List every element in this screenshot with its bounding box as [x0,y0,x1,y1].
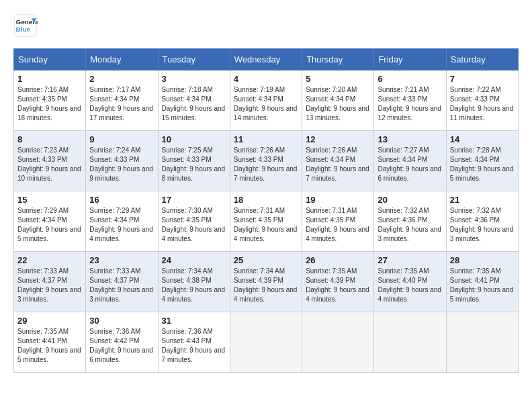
day-number: 25 [234,255,298,265]
calendar-cell: 22Sunrise: 7:33 AMSunset: 4:37 PMDayligh… [14,252,86,312]
calendar-cell: 1Sunrise: 7:16 AMSunset: 4:35 PMDaylight… [14,71,86,131]
calendar-cell: 17Sunrise: 7:30 AMSunset: 4:35 PMDayligh… [158,191,230,252]
day-number: 1 [17,74,82,84]
day-number: 30 [89,316,154,326]
day-info: Sunrise: 7:36 AMSunset: 4:42 PMDaylight:… [89,327,154,365]
calendar-cell: 2Sunrise: 7:17 AMSunset: 4:34 PMDaylight… [86,71,158,131]
calendar-cell: 21Sunrise: 7:32 AMSunset: 4:36 PMDayligh… [446,191,518,252]
svg-text:Blue: Blue [16,26,31,33]
calendar-cell: 12Sunrise: 7:26 AMSunset: 4:34 PMDayligh… [302,131,374,191]
page-header: General Blue [13,13,519,38]
day-info: Sunrise: 7:35 AMSunset: 4:39 PMDaylight:… [306,267,370,304]
day-info: Sunrise: 7:26 AMSunset: 4:34 PMDaylight:… [306,146,370,183]
calendar-row: 1Sunrise: 7:16 AMSunset: 4:35 PMDaylight… [14,71,519,131]
day-number: 15 [17,195,82,205]
weekday-header-saturday: Saturday [446,49,518,71]
day-number: 10 [162,134,226,144]
weekday-header-thursday: Thursday [302,49,374,71]
day-number: 14 [450,134,515,144]
calendar-cell: 24Sunrise: 7:34 AMSunset: 4:38 PMDayligh… [158,252,230,312]
calendar-cell: 19Sunrise: 7:31 AMSunset: 4:35 PMDayligh… [302,191,374,252]
calendar-cell: 10Sunrise: 7:25 AMSunset: 4:33 PMDayligh… [158,131,230,191]
day-info: Sunrise: 7:29 AMSunset: 4:34 PMDaylight:… [17,206,82,244]
day-info: Sunrise: 7:34 AMSunset: 4:39 PMDaylight:… [234,267,298,304]
calendar-table: SundayMondayTuesdayWednesdayThursdayFrid… [13,48,519,373]
calendar-cell: 20Sunrise: 7:32 AMSunset: 4:36 PMDayligh… [374,191,446,252]
day-info: Sunrise: 7:33 AMSunset: 4:37 PMDaylight:… [89,267,154,304]
day-number: 22 [17,255,82,265]
weekday-header-sunday: Sunday [14,49,86,71]
weekday-header-monday: Monday [86,49,158,71]
day-number: 8 [17,134,82,144]
weekday-header-friday: Friday [374,49,446,71]
day-number: 28 [450,255,515,265]
day-info: Sunrise: 7:23 AMSunset: 4:33 PMDaylight:… [17,146,82,183]
calendar-cell: 31Sunrise: 7:36 AMSunset: 4:43 PMDayligh… [158,312,230,373]
day-info: Sunrise: 7:17 AMSunset: 4:34 PMDaylight:… [89,85,154,123]
calendar-row: 8Sunrise: 7:23 AMSunset: 4:33 PMDaylight… [14,131,519,191]
calendar-cell [230,312,302,373]
day-number: 4 [234,74,298,84]
day-number: 2 [89,74,154,84]
calendar-cell: 30Sunrise: 7:36 AMSunset: 4:42 PMDayligh… [86,312,158,373]
calendar-row: 22Sunrise: 7:33 AMSunset: 4:37 PMDayligh… [14,252,519,312]
day-number: 20 [378,195,442,205]
day-number: 12 [306,134,370,144]
calendar-cell [302,312,374,373]
day-info: Sunrise: 7:32 AMSunset: 4:36 PMDaylight:… [450,206,515,244]
calendar-cell: 11Sunrise: 7:26 AMSunset: 4:33 PMDayligh… [230,131,302,191]
calendar-cell: 23Sunrise: 7:33 AMSunset: 4:37 PMDayligh… [86,252,158,312]
calendar-cell: 29Sunrise: 7:35 AMSunset: 4:41 PMDayligh… [14,312,86,373]
calendar-cell: 4Sunrise: 7:19 AMSunset: 4:34 PMDaylight… [230,71,302,131]
day-info: Sunrise: 7:25 AMSunset: 4:33 PMDaylight:… [162,146,226,183]
calendar-row: 29Sunrise: 7:35 AMSunset: 4:41 PMDayligh… [14,312,519,373]
day-number: 27 [378,255,442,265]
calendar-cell: 3Sunrise: 7:18 AMSunset: 4:34 PMDaylight… [158,71,230,131]
calendar-cell: 25Sunrise: 7:34 AMSunset: 4:39 PMDayligh… [230,252,302,312]
day-number: 29 [17,316,82,326]
weekday-header-wednesday: Wednesday [230,49,302,71]
day-info: Sunrise: 7:35 AMSunset: 4:41 PMDaylight:… [450,267,515,304]
day-number: 21 [450,195,515,205]
day-info: Sunrise: 7:31 AMSunset: 4:35 PMDaylight:… [306,206,370,244]
day-info: Sunrise: 7:16 AMSunset: 4:35 PMDaylight:… [17,85,82,123]
day-number: 24 [162,255,226,265]
day-info: Sunrise: 7:35 AMSunset: 4:41 PMDaylight:… [17,327,82,365]
day-number: 17 [162,195,226,205]
calendar-cell: 6Sunrise: 7:21 AMSunset: 4:33 PMDaylight… [374,71,446,131]
day-info: Sunrise: 7:28 AMSunset: 4:34 PMDaylight:… [450,146,515,183]
day-info: Sunrise: 7:18 AMSunset: 4:34 PMDaylight:… [162,85,226,123]
day-number: 9 [89,134,154,144]
calendar-cell: 15Sunrise: 7:29 AMSunset: 4:34 PMDayligh… [14,191,86,252]
day-info: Sunrise: 7:34 AMSunset: 4:38 PMDaylight:… [162,267,226,304]
day-number: 6 [378,74,442,84]
calendar-cell: 27Sunrise: 7:35 AMSunset: 4:40 PMDayligh… [374,252,446,312]
day-info: Sunrise: 7:20 AMSunset: 4:34 PMDaylight:… [306,85,370,123]
calendar-cell: 5Sunrise: 7:20 AMSunset: 4:34 PMDaylight… [302,71,374,131]
calendar-cell [446,312,518,373]
day-number: 26 [306,255,370,265]
day-info: Sunrise: 7:27 AMSunset: 4:34 PMDaylight:… [378,146,442,183]
weekday-header-row: SundayMondayTuesdayWednesdayThursdayFrid… [14,49,519,71]
day-number: 23 [89,255,154,265]
day-info: Sunrise: 7:29 AMSunset: 4:34 PMDaylight:… [89,206,154,244]
day-number: 5 [306,74,370,84]
day-info: Sunrise: 7:35 AMSunset: 4:40 PMDaylight:… [378,267,442,304]
day-number: 11 [234,134,298,144]
day-number: 18 [234,195,298,205]
calendar-cell: 7Sunrise: 7:22 AMSunset: 4:33 PMDaylight… [446,71,518,131]
calendar-cell: 8Sunrise: 7:23 AMSunset: 4:33 PMDaylight… [14,131,86,191]
calendar-cell: 28Sunrise: 7:35 AMSunset: 4:41 PMDayligh… [446,252,518,312]
logo-icon: General Blue [13,13,38,38]
weekday-header-tuesday: Tuesday [158,49,230,71]
day-number: 19 [306,195,370,205]
logo: General Blue [13,13,38,38]
day-info: Sunrise: 7:22 AMSunset: 4:33 PMDaylight:… [450,85,515,123]
calendar-cell [374,312,446,373]
day-number: 3 [162,74,226,84]
calendar-cell: 9Sunrise: 7:24 AMSunset: 4:33 PMDaylight… [86,131,158,191]
day-info: Sunrise: 7:24 AMSunset: 4:33 PMDaylight:… [89,146,154,183]
day-info: Sunrise: 7:21 AMSunset: 4:33 PMDaylight:… [378,85,442,123]
calendar-cell: 26Sunrise: 7:35 AMSunset: 4:39 PMDayligh… [302,252,374,312]
day-info: Sunrise: 7:26 AMSunset: 4:33 PMDaylight:… [234,146,298,183]
